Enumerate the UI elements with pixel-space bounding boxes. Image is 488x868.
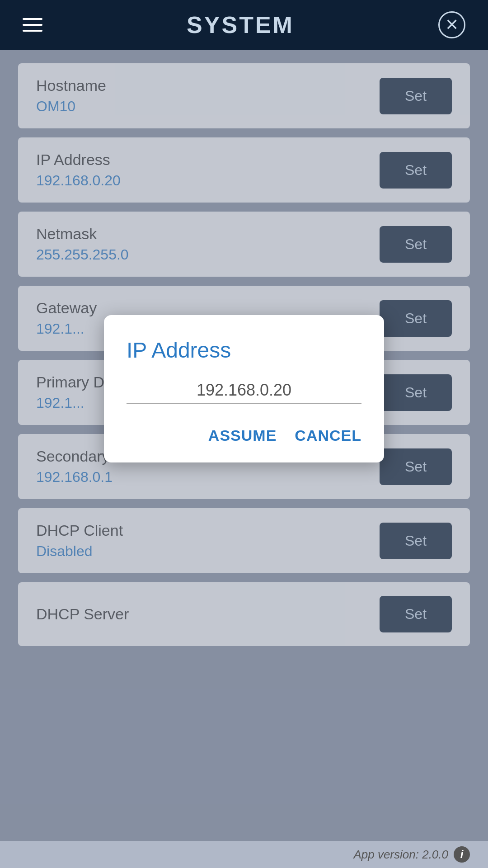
page-title: SYSTEM <box>187 11 294 38</box>
ip-address-input[interactable] <box>127 381 361 400</box>
modal-actions: ASSUME CANCEL <box>127 427 361 444</box>
close-icon[interactable]: ✕ <box>438 11 465 38</box>
info-icon[interactable]: i <box>454 846 470 863</box>
modal-dialog: IP Address ASSUME CANCEL <box>104 315 384 462</box>
app-version-text: App version: 2.0.0 <box>353 848 448 862</box>
menu-icon[interactable] <box>23 18 42 32</box>
modal-title: IP Address <box>127 338 361 363</box>
cancel-button[interactable]: CANCEL <box>295 427 361 444</box>
modal-input-wrapper <box>127 381 361 404</box>
app-header: SYSTEM ✕ <box>0 0 488 50</box>
assume-button[interactable]: ASSUME <box>208 427 277 444</box>
app-version-bar: App version: 2.0.0 i <box>0 841 488 868</box>
